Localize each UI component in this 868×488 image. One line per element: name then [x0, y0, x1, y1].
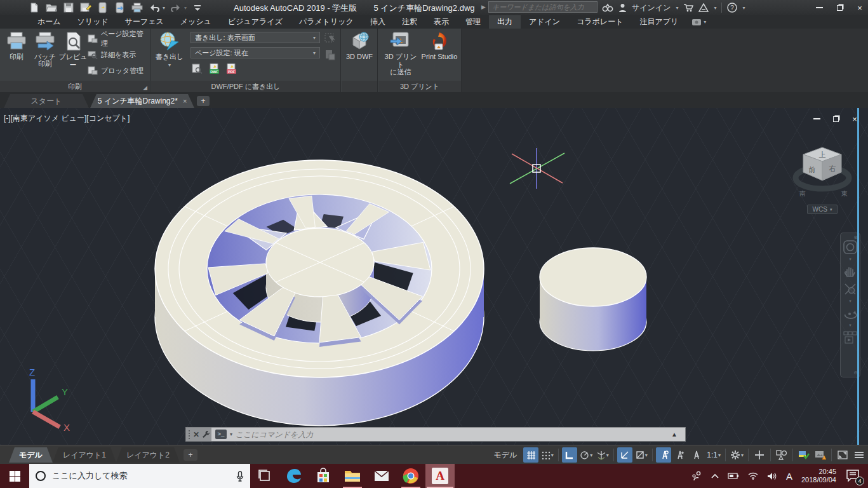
- drawing-minimize-button[interactable]: [812, 114, 821, 123]
- save-icon[interactable]: [62, 2, 75, 13]
- viewcube[interactable]: 南 東 上 前 右: [791, 137, 854, 203]
- status-bar-menu-button[interactable]: [851, 447, 867, 463]
- command-wrench-icon[interactable]: [202, 430, 210, 438]
- orbit-dropdown[interactable]: ▾: [849, 323, 851, 327]
- polar-tracking-toggle[interactable]: ▾: [578, 447, 594, 463]
- zoom-dropdown[interactable]: ▾: [849, 299, 851, 303]
- command-close-icon[interactable]: ✕: [193, 430, 199, 439]
- collapse-search-icon[interactable]: ▶: [481, 4, 486, 10]
- grid-toggle[interactable]: [523, 447, 538, 463]
- tab-annotate[interactable]: 注釈: [394, 15, 425, 29]
- wifi-tray-icon[interactable]: [748, 472, 758, 480]
- help-search-input[interactable]: [488, 1, 598, 13]
- wheel-solid[interactable]: [155, 160, 484, 426]
- tab-output[interactable]: 出力: [489, 15, 521, 29]
- open-file-icon[interactable]: [45, 2, 58, 13]
- view-details-button[interactable]: 詳細を表示: [88, 48, 136, 62]
- command-input-area[interactable]: >_ ▾ ▲: [211, 428, 685, 441]
- open-from-web-mobile-icon[interactable]: [97, 2, 109, 13]
- battery-tray-icon[interactable]: [728, 473, 739, 479]
- export-preview-icon[interactable]: [192, 64, 203, 74]
- taskbar-search[interactable]: ここに入力して検索: [29, 464, 250, 488]
- plot-icon[interactable]: [131, 2, 144, 13]
- layout-tab-model[interactable]: モデル: [9, 447, 53, 463]
- plot-button[interactable]: 印刷: [2, 31, 31, 61]
- file-tab-start[interactable]: スタート: [4, 94, 89, 108]
- annotation-scale-icon[interactable]: [689, 447, 704, 463]
- tab-mesh[interactable]: メッシュ: [172, 15, 220, 29]
- viewcube-right-label[interactable]: 右: [829, 165, 836, 172]
- search-binoculars-icon[interactable]: [602, 3, 613, 12]
- new-layout-button[interactable]: +: [184, 449, 197, 461]
- ime-indicator[interactable]: A: [786, 471, 792, 482]
- redo-dropdown[interactable]: ▾: [184, 5, 187, 11]
- navigation-wheel-icon[interactable]: [843, 240, 858, 255]
- save-as-icon[interactable]: [79, 2, 92, 13]
- 3d-dwf-button[interactable]: 3D DWF: [345, 31, 374, 61]
- page-setup-manager-button[interactable]: ページ設定管理: [88, 32, 150, 46]
- viewcube-top-label[interactable]: 上: [819, 151, 826, 158]
- object-snap-toggle[interactable]: ▾: [634, 447, 649, 463]
- viewcube-front-label[interactable]: 前: [808, 166, 816, 173]
- annotation-scale-value[interactable]: 1:1▾: [705, 447, 722, 463]
- zoom-extents-icon[interactable]: [843, 281, 858, 297]
- taskbar-clock[interactable]: 20:45 2018/09/04: [801, 468, 836, 484]
- panel-label-plot[interactable]: 印刷 ◢: [0, 81, 150, 92]
- tab-solid[interactable]: ソリッド: [69, 15, 117, 29]
- snap-toggle[interactable]: ▾: [540, 447, 555, 463]
- panel-launcher-icon[interactable]: ◢: [143, 85, 147, 91]
- store-taskbar-icon[interactable]: [309, 464, 338, 488]
- new-drawing-tab-button[interactable]: +: [197, 96, 210, 106]
- orbit-icon[interactable]: [843, 306, 858, 321]
- drawing-viewport[interactable]: ZYX [-][南東アイソメ ビュー][コンセプト] × 南 東 上 前 右 W…: [0, 108, 868, 445]
- volume-tray-icon[interactable]: [767, 472, 777, 480]
- clean-screen-button[interactable]: [835, 447, 850, 463]
- tab-visualize[interactable]: ビジュアライズ: [220, 15, 291, 29]
- close-button[interactable]: ×: [855, 3, 864, 12]
- app-store-cart-icon[interactable]: [683, 3, 693, 12]
- isolate-objects-button[interactable]: [774, 447, 789, 463]
- people-tray-icon[interactable]: [691, 471, 702, 481]
- drawing-restore-button[interactable]: [831, 114, 840, 123]
- annotation-autoscale-toggle[interactable]: [672, 447, 688, 463]
- undo-icon[interactable]: [148, 2, 161, 13]
- hidden-icons-chevron[interactable]: [711, 473, 719, 478]
- signin-dropdown[interactable]: ▾: [676, 5, 678, 11]
- edge-taskbar-icon[interactable]: [279, 464, 309, 488]
- signin-label[interactable]: サインイン: [632, 3, 671, 13]
- send-to-3d-print-button[interactable]: 3D プリント に送信: [382, 31, 419, 76]
- object-snap-tracking-toggle[interactable]: [617, 447, 632, 463]
- tab-addins[interactable]: アドイン: [521, 15, 568, 29]
- tab-insert[interactable]: 挿入: [362, 15, 394, 29]
- hardware-acceleration-button[interactable]: [796, 447, 811, 463]
- ortho-toggle[interactable]: [562, 447, 577, 463]
- restore-button[interactable]: [835, 3, 844, 12]
- cylinder-solid[interactable]: [540, 248, 646, 351]
- export-button[interactable]: 書き出し ▾: [155, 31, 184, 69]
- tab-parametric[interactable]: パラメトリック: [291, 15, 362, 29]
- start-button[interactable]: [0, 464, 29, 488]
- export-dwf-icon[interactable]: DWF: [209, 64, 220, 74]
- model-space-label[interactable]: モデル: [493, 450, 517, 461]
- command-expand-icon[interactable]: ▲: [671, 431, 681, 438]
- print-studio-button[interactable]: Print Studio: [420, 31, 458, 61]
- export-page-setup-dropdown[interactable]: ページ設定: 現在▾: [190, 47, 320, 58]
- command-input[interactable]: [236, 430, 668, 439]
- layout-tab-layout2[interactable]: レイアウト2: [116, 447, 180, 463]
- viewcube-south-label[interactable]: 南: [799, 190, 806, 197]
- wcs-dropdown[interactable]: WCS▾: [807, 205, 838, 214]
- mail-taskbar-icon[interactable]: [367, 464, 396, 488]
- tab-surface[interactable]: サーフェス: [117, 15, 172, 29]
- command-grip-icon[interactable]: [188, 430, 190, 439]
- panel-label-export[interactable]: DWF/PDF に書き出し: [151, 81, 340, 92]
- microphone-icon[interactable]: [236, 471, 244, 482]
- viewport-controls-label[interactable]: [-][南東アイソメ ビュー][コンセプト]: [4, 113, 130, 124]
- autocad-taskbar-icon[interactable]: A: [425, 464, 455, 488]
- tab-featured-apps[interactable]: 注目アプリ: [631, 15, 686, 29]
- performance-monitor-button[interactable]: !: [813, 447, 828, 463]
- viewcube-east-label[interactable]: 東: [841, 190, 848, 197]
- command-line-grip[interactable]: ✕: [186, 428, 211, 441]
- tab-manage[interactable]: 管理: [457, 15, 489, 29]
- tab-collaborate[interactable]: コラボレート: [568, 15, 631, 29]
- showmotion-icon[interactable]: [843, 330, 858, 345]
